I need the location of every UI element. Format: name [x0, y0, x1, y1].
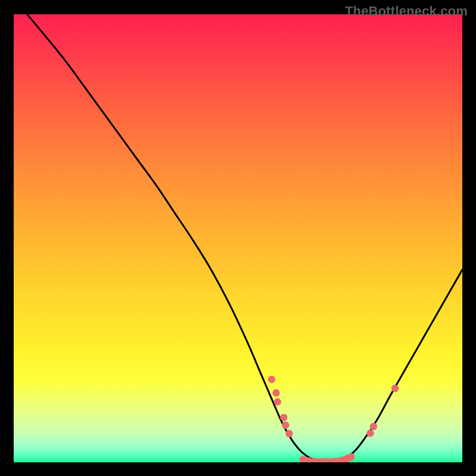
curve-marker	[282, 421, 289, 428]
curve-layer	[14, 14, 462, 462]
watermark-text: TheBottleneck.com	[345, 4, 468, 19]
curve-markers	[268, 376, 399, 463]
curve-marker	[280, 414, 287, 421]
curve-marker	[392, 385, 399, 392]
curve-marker	[273, 389, 280, 396]
plot-area	[14, 14, 462, 462]
chart-frame: TheBottleneck.com	[0, 0, 476, 476]
curve-marker	[370, 423, 377, 430]
curve-marker	[274, 398, 281, 405]
curve-marker	[347, 453, 355, 461]
curve-marker	[268, 376, 275, 383]
curve-marker	[367, 430, 374, 437]
curve-marker	[286, 430, 293, 437]
bottleneck-curve	[27, 14, 462, 462]
